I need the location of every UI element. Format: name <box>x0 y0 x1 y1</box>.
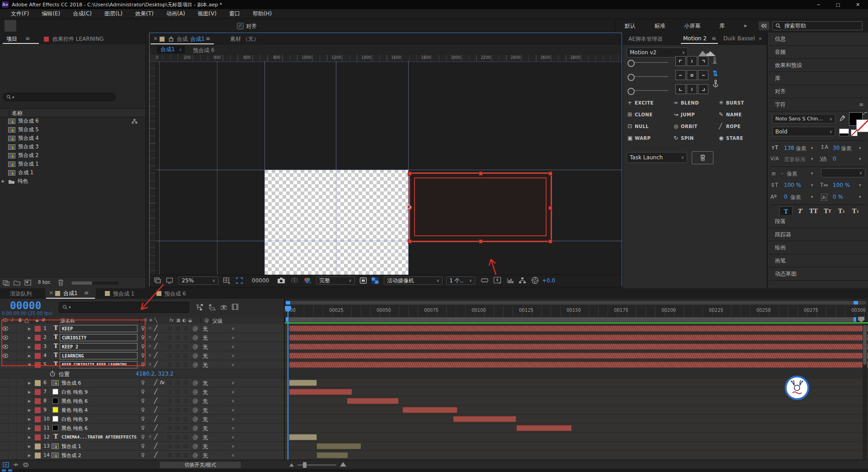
parent-pickwhip-icon[interactable]: @ <box>193 389 198 395</box>
collapse-switch-icon[interactable]: ♀ <box>141 443 145 449</box>
exposure-shutter-icon[interactable] <box>531 277 539 284</box>
collapse-switch-icon[interactable]: ♀ <box>141 452 145 458</box>
switch-cell[interactable] <box>175 443 181 449</box>
layer-name[interactable]: 预合成 6 <box>61 380 81 386</box>
snap-checkbox[interactable]: ✓ <box>237 23 244 29</box>
parent-pickwhip-icon[interactable]: @ <box>193 443 198 449</box>
quality-switch-icon[interactable]: ╱ <box>154 406 157 413</box>
layer-track-row[interactable] <box>285 433 868 442</box>
project-item[interactable]: 预合成 5 <box>0 125 146 134</box>
motion-button-clone[interactable]: ⊞CLONE <box>627 111 653 118</box>
parent-caret-icon[interactable]: ∨ <box>231 408 235 412</box>
view-layout-select[interactable]: 1 个..∨ <box>446 277 475 285</box>
switch-cell[interactable] <box>166 389 173 395</box>
workspace-gear-icon[interactable] <box>759 21 769 30</box>
current-timecode[interactable]: 00000 <box>10 300 41 311</box>
tab-render-queue[interactable]: 渲染队列 <box>10 290 32 298</box>
selection-handle[interactable] <box>408 239 412 243</box>
parent-caret-icon[interactable]: ∨ <box>231 426 235 430</box>
parent-pickwhip-icon[interactable]: @ <box>193 425 198 431</box>
draft-switch-icon[interactable]: ☀ <box>148 362 152 367</box>
font-style-select[interactable]: Bold∨ <box>772 127 835 136</box>
quality-switch-icon[interactable]: ╱ <box>154 352 157 358</box>
layer-track-row[interactable] <box>285 415 868 424</box>
tab-comp1[interactable]: × 合成1 ≡ <box>45 288 96 299</box>
tab-comp-prefix[interactable]: 合成 <box>177 35 188 43</box>
layer-duration-bar[interactable] <box>289 325 868 332</box>
switch-cell[interactable] <box>183 416 189 422</box>
zoom-in-mountain-icon[interactable] <box>340 462 346 467</box>
quality-switch-icon[interactable]: ╱ <box>154 343 157 349</box>
new-folder-icon[interactable] <box>14 280 20 286</box>
snap-label[interactable]: 对齐 <box>246 23 257 30</box>
switch-cell[interactable] <box>166 452 173 458</box>
parent-pickwhip-icon[interactable]: @ <box>193 434 198 440</box>
no-fill-icon[interactable] <box>851 129 858 136</box>
vertical-scale-value[interactable]: 100 % <box>784 182 801 188</box>
tab-duik[interactable]: Duik Bassel <box>723 35 755 42</box>
stopwatch-icon[interactable] <box>50 371 55 377</box>
layer-row[interactable]: ▶8黑色 纯色 6♀╱@无∨ <box>0 396 284 405</box>
layer-row[interactable]: ▶7白色 纯色 9♀╱@无∨ <box>0 387 284 396</box>
layer-track-row[interactable] <box>285 333 868 342</box>
motion-button-blend[interactable]: ≈BLEND <box>674 100 699 106</box>
switch-cell[interactable] <box>166 407 173 413</box>
parent-pickwhip-icon[interactable]: @ <box>193 407 198 413</box>
label-color-chip[interactable] <box>35 443 41 449</box>
quality-switch-icon[interactable]: ╱ <box>154 325 157 331</box>
project-bpc-label[interactable]: 8 bpc <box>38 280 51 285</box>
task-launch-select[interactable]: Task Launch∨ <box>627 152 687 163</box>
panel-header-库[interactable]: 库 <box>769 72 868 85</box>
menu-帮助(H)[interactable]: 帮助(H) <box>246 10 278 18</box>
twirl-icon[interactable]: ▶ <box>2 179 8 183</box>
property-row[interactable]: 位置4180.2, 323.2 <box>0 369 284 378</box>
layer-track-row[interactable] <box>285 378 868 387</box>
motion-slider-track-1[interactable] <box>635 76 668 77</box>
layer-duration-bar[interactable] <box>289 353 868 359</box>
camera-view-select[interactable]: 活动摄像机∨ <box>384 277 443 285</box>
superscript-button[interactable]: T1 <box>835 206 848 216</box>
twirl-icon[interactable]: ▶ <box>28 435 31 439</box>
switch-cell[interactable] <box>183 380 189 386</box>
leading-value[interactable]: 30 <box>833 145 840 151</box>
layer-duration-bar[interactable] <box>453 416 516 422</box>
parent-select[interactable]: 无 <box>203 443 208 451</box>
breadcrumb-parent[interactable]: 预合成 6 <box>193 47 214 54</box>
parent-caret-icon[interactable]: ∨ <box>231 390 235 394</box>
project-item[interactable]: 合成 1 <box>0 168 146 177</box>
tracking-caret-icon[interactable]: ▾ <box>859 157 861 161</box>
menu-合成(C)[interactable]: 合成(C) <box>66 10 98 18</box>
menu-窗口[interactable]: 窗口 <box>223 10 246 18</box>
layer-duration-bar[interactable] <box>289 362 868 368</box>
selected-layer-bounding-box[interactable] <box>409 172 552 242</box>
fx-badge-icon[interactable]: fx <box>160 380 164 386</box>
anchor-grid-button-6[interactable] <box>675 84 686 94</box>
menu-图层(L)[interactable]: 图层(L) <box>98 10 129 18</box>
lock-icon[interactable] <box>169 36 174 42</box>
font-family-select[interactable]: Noto Sans S Chin...∨ <box>772 114 835 124</box>
layer-track-row[interactable] <box>285 351 868 360</box>
switch-cell[interactable] <box>175 434 181 440</box>
blend-toggle-icon[interactable] <box>23 462 29 467</box>
parent-caret-icon[interactable]: ∨ <box>231 326 235 331</box>
panel-header-段落[interactable]: 段落 <box>769 215 868 228</box>
parent-select[interactable]: 无 <box>203 334 208 342</box>
layer-duration-bar[interactable] <box>516 425 572 431</box>
project-hscrollbar[interactable] <box>71 281 118 285</box>
motion-button-spin[interactable]: ↻SPIN <box>674 135 694 141</box>
switch-cell[interactable] <box>166 443 173 449</box>
updown-arrows-icon[interactable] <box>712 69 718 78</box>
subscript-button[interactable]: T1 <box>849 206 862 216</box>
layer-duration-bar[interactable] <box>289 434 317 440</box>
collapse-switch-icon[interactable]: ♀ <box>141 389 145 395</box>
anchor-grid-button-2[interactable] <box>698 56 708 66</box>
timeline-zoom-slider[interactable] <box>297 464 336 466</box>
switch-cell[interactable] <box>175 353 181 359</box>
quality-switch-icon[interactable]: ╱ <box>154 388 157 395</box>
grid-guides-icon[interactable] <box>223 277 231 284</box>
small-caps-button[interactable]: TT <box>821 206 834 216</box>
motion-slider-knob-1[interactable] <box>627 74 635 81</box>
layer-track-row[interactable] <box>285 342 868 351</box>
parent-select[interactable]: 无 <box>203 353 208 360</box>
parent-column[interactable]: 父级 <box>212 318 222 324</box>
